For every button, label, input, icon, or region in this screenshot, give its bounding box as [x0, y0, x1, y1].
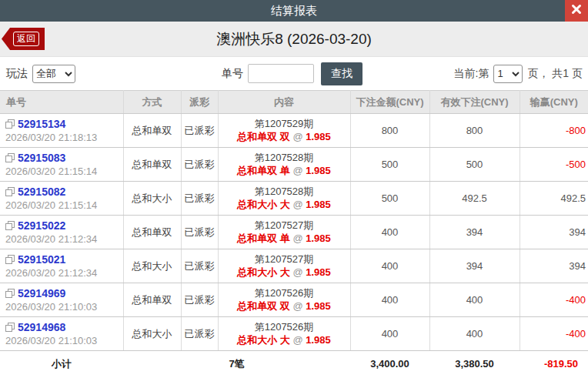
valid-bet-cell: 394	[429, 249, 520, 283]
order-search-input[interactable]	[248, 64, 314, 83]
odds-value: 1.985	[306, 266, 331, 278]
bet-selection: 总和单双 单	[237, 232, 290, 244]
valid-bet-cell: 500	[429, 148, 520, 182]
order-cell: 52914969 2026/03/20 21:10:03	[0, 283, 123, 317]
table-body: 52915134 2026/03/20 21:18:13 总和单双 已派彩 第1…	[0, 114, 588, 351]
method-cell: 总和单双	[123, 216, 181, 249]
modal-title: 结算报表	[271, 4, 317, 18]
copy-icon[interactable]	[5, 221, 15, 230]
order-cell: 52915082 2026/03/20 21:15:14	[0, 182, 123, 216]
at-sign: @	[292, 334, 302, 346]
bet-selection: 总和大小 大	[237, 266, 290, 278]
valid-bet-cell: 400	[429, 283, 520, 317]
order-cell: 52915021 2026/03/20 21:12:34	[0, 249, 123, 283]
column-header-winloss: 输赢(CNY)	[520, 91, 588, 114]
content-cell: 第1207529期 总和单双 双 @ 1.985	[218, 114, 350, 148]
column-header-payout: 派彩	[181, 91, 218, 114]
valid-bet-cell: 492.5	[429, 182, 520, 216]
copy-icon[interactable]	[5, 119, 15, 129]
method-cell: 总和大小	[123, 317, 181, 351]
copy-icon[interactable]	[5, 153, 15, 162]
page-select[interactable]: 1	[493, 65, 523, 83]
valid-bet-cell: 800	[429, 114, 520, 148]
copy-icon[interactable]	[5, 323, 15, 332]
order-number-link[interactable]: 52914968	[18, 321, 65, 333]
draw-period: 第1207528期	[219, 152, 350, 164]
order-number-link[interactable]: 52915134	[18, 118, 65, 130]
back-button[interactable]: 返回	[2, 28, 45, 50]
order-number-link[interactable]: 52915083	[18, 152, 65, 164]
play-filter-select[interactable]: 全部	[32, 65, 75, 83]
draw-period: 第1207529期	[219, 118, 350, 130]
table-footer: 小计 7笔 3,400.00 3,380.50 -819.50	[0, 351, 588, 377]
bet-amount-cell: 400	[350, 249, 429, 283]
play-filter-label: 玩法	[6, 67, 28, 81]
order-timestamp: 2026/03/20 21:15:14	[5, 199, 123, 212]
method-cell: 总和单双	[123, 283, 181, 317]
column-header-valid-bet: 有效下注(CNY)	[429, 91, 520, 114]
subtotal-valid-bet: 3,380.50	[429, 351, 520, 377]
bet-selection: 总和单双 双	[237, 300, 290, 312]
settlement-table: 单号 方式 派彩 内容 下注金额(CNY) 有效下注(CNY) 输赢(CNY) …	[0, 90, 588, 377]
winloss-cell: -800	[520, 114, 588, 148]
page-title: 澳洲快乐8 (2026-03-20)	[216, 29, 372, 49]
at-sign: @	[292, 232, 302, 244]
draw-period: 第1207527期	[219, 219, 350, 232]
order-number-link[interactable]: 52914969	[18, 287, 65, 299]
odds-value: 1.985	[306, 165, 331, 176]
report-header: 返回 澳洲快乐8 (2026-03-20)	[0, 22, 588, 57]
payout-status-cell: 已派彩	[181, 114, 218, 148]
subtotal-label: 小计	[0, 351, 123, 377]
at-sign: @	[292, 131, 302, 142]
table-row: 52914968 2026/03/20 21:10:03 总和大小 已派彩 第1…	[0, 317, 588, 351]
at-sign: @	[292, 165, 302, 176]
method-cell: 总和大小	[123, 249, 181, 283]
table-header: 单号 方式 派彩 内容 下注金额(CNY) 有效下注(CNY) 输赢(CNY)	[0, 91, 588, 114]
order-timestamp: 2026/03/20 21:10:03	[5, 301, 123, 313]
order-number-link[interactable]: 52915082	[18, 186, 65, 198]
column-header-bet-amount: 下注金额(CNY)	[350, 91, 429, 114]
bet-amount-cell: 500	[350, 182, 429, 216]
order-number-link[interactable]: 52915022	[18, 219, 65, 232]
column-header-content: 内容	[218, 91, 350, 114]
bet-selection: 总和单双 单	[237, 165, 290, 176]
odds-value: 1.985	[306, 232, 331, 244]
copy-icon[interactable]	[5, 289, 15, 298]
search-button[interactable]: 查找	[321, 62, 362, 85]
copy-icon[interactable]	[5, 255, 15, 264]
order-timestamp: 2026/03/20 21:12:34	[5, 233, 123, 246]
column-header-method: 方式	[123, 91, 181, 114]
draw-period: 第1207527期	[219, 253, 350, 266]
close-button[interactable]	[565, 0, 588, 22]
content-cell: 第1207528期 总和单双 单 @ 1.985	[218, 148, 350, 182]
order-number-link[interactable]: 52915021	[18, 253, 65, 266]
payout-status-cell: 已派彩	[181, 148, 218, 182]
odds-value: 1.985	[306, 300, 331, 312]
method-cell: 总和大小	[123, 182, 181, 216]
bet-selection: 总和大小 大	[237, 199, 290, 210]
modal-titlebar: 结算报表	[0, 0, 588, 22]
bet-selection: 总和大小 大	[237, 334, 290, 346]
bet-amount-cell: 800	[350, 114, 429, 148]
content-cell: 第1207528期 总和大小 大 @ 1.985	[218, 182, 350, 216]
table-row: 52915083 2026/03/20 21:15:14 总和单双 已派彩 第1…	[0, 148, 588, 182]
order-search-label: 单号	[222, 67, 243, 81]
winloss-cell: -400	[520, 283, 588, 317]
payout-status-cell: 已派彩	[181, 216, 218, 249]
odds-value: 1.985	[306, 334, 331, 346]
winloss-cell: -500	[520, 148, 588, 182]
bet-amount-cell: 400	[350, 283, 429, 317]
bet-amount-cell: 400	[350, 317, 429, 351]
content-cell: 第1207527期 总和单双 单 @ 1.985	[218, 216, 350, 249]
table-row: 52915021 2026/03/20 21:12:34 总和大小 已派彩 第1…	[0, 249, 588, 283]
play-filter-group: 玩法 全部	[6, 65, 75, 83]
subtotal-winloss: -819.50	[520, 351, 588, 377]
order-cell: 52915134 2026/03/20 21:18:13	[0, 114, 123, 148]
bet-amount-cell: 500	[350, 148, 429, 182]
subtotal-count: 7笔	[123, 351, 350, 377]
order-cell: 52915083 2026/03/20 21:15:14	[0, 148, 123, 182]
content-cell: 第1207526期 总和大小 大 @ 1.985	[218, 317, 350, 351]
content-cell: 第1207527期 总和大小 大 @ 1.985	[218, 249, 350, 283]
winloss-cell: 394	[520, 216, 588, 249]
copy-icon[interactable]	[5, 187, 15, 196]
